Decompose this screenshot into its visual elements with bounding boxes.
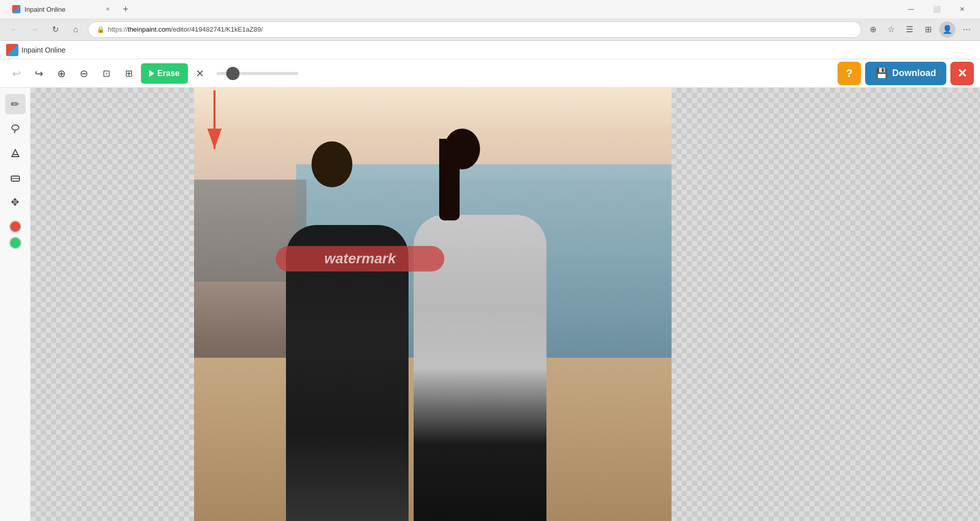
cancel-button[interactable]: ✕ xyxy=(190,63,210,84)
main-toolbar: ↩ ↪ ⊕ ⊖ ⊡ ⊞ Erase ✕ ? 💾 Download ✕ xyxy=(0,59,980,88)
head-left xyxy=(312,141,352,187)
refresh-button[interactable]: ↻ xyxy=(47,21,63,38)
eraser-tool-button[interactable] xyxy=(5,167,26,188)
zoom-fit-button[interactable]: ⊡ xyxy=(96,63,116,84)
toolbar-right: ? 💾 Download ✕ xyxy=(838,62,974,85)
address-bar: ← → ↻ ⌂ 🔒 https://theinpaint.com/editor/… xyxy=(0,18,980,41)
favorites-icon[interactable]: ☆ xyxy=(884,22,898,37)
main-content: ✏ ✥ xyxy=(0,88,980,521)
erase-label: Erase xyxy=(157,69,180,78)
app-name: Inpaint Online xyxy=(21,46,65,54)
window-controls: — ⬜ ✕ xyxy=(899,1,974,17)
close-editor-button[interactable]: ✕ xyxy=(950,62,974,85)
home-button[interactable]: ⌂ xyxy=(67,21,84,38)
move-tool-button[interactable]: ✥ xyxy=(5,192,26,212)
browser-tab[interactable]: Inpaint Online × xyxy=(6,1,118,17)
brush-size-thumb[interactable] xyxy=(226,67,240,80)
zoom-in-button[interactable]: ⊕ xyxy=(51,63,71,84)
undo-button[interactable]: ↩ xyxy=(6,63,27,84)
url-domain: theinpaint.com xyxy=(128,26,171,33)
brush-tool-button[interactable]: ✏ xyxy=(5,94,26,114)
brush-size-slider[interactable] xyxy=(217,72,298,75)
download-icon: 💾 xyxy=(875,67,888,80)
watermark-overlay: watermark xyxy=(276,246,444,271)
svg-point-0 xyxy=(12,125,19,130)
erase-button[interactable]: Erase xyxy=(141,63,188,84)
close-window-button[interactable]: ✕ xyxy=(950,1,974,17)
zoom-out-button[interactable]: ⊖ xyxy=(74,63,94,84)
url-path: /editor/419482741/K1kE1aZ89/ xyxy=(171,26,263,33)
settings-icon[interactable]: ⋯ xyxy=(960,22,974,37)
download-label: Download xyxy=(892,68,936,79)
svg-marker-2 xyxy=(12,150,19,157)
canvas-area[interactable]: watermark xyxy=(31,88,980,521)
collections-icon[interactable]: ⊞ xyxy=(921,22,935,37)
help-button[interactable]: ? xyxy=(838,62,861,85)
zoom-actual-button[interactable]: ⊞ xyxy=(118,63,139,84)
back-button[interactable]: ← xyxy=(6,21,22,38)
lock-icon: 🔒 xyxy=(97,26,105,33)
polygon-tool-button[interactable] xyxy=(5,143,26,163)
reading-list-icon[interactable]: ☰ xyxy=(902,22,917,37)
svg-line-1 xyxy=(14,130,15,133)
tab-favicon-icon xyxy=(12,5,20,13)
canvas-transparent-right xyxy=(672,88,980,521)
brush-size-control xyxy=(217,72,298,75)
url-text: https://theinpaint.com/editor/419482741/… xyxy=(108,26,263,33)
app-bar: Inpaint Online xyxy=(0,41,980,59)
background-color[interactable] xyxy=(9,237,21,249)
lasso-tool-button[interactable] xyxy=(5,118,26,139)
canvas-transparent-left xyxy=(31,88,194,521)
title-bar: Inpaint Online × + — ⬜ ✕ xyxy=(0,0,980,18)
address-bar-actions: ⊕ ☆ ☰ ⊞ 👤 ⋯ xyxy=(866,21,974,38)
forward-button[interactable]: → xyxy=(27,21,43,38)
url-bar[interactable]: 🔒 https://theinpaint.com/editor/41948274… xyxy=(88,21,862,38)
foreground-color[interactable] xyxy=(9,220,21,233)
url-prefix: https:// xyxy=(108,26,128,33)
redo-button[interactable]: ↪ xyxy=(29,63,49,84)
new-tab-button[interactable]: + xyxy=(118,2,133,16)
photo-canvas: watermark xyxy=(31,88,980,521)
erase-play-icon xyxy=(149,70,154,77)
left-sidebar: ✏ ✥ xyxy=(0,88,31,521)
download-button[interactable]: 💾 Download xyxy=(865,62,946,85)
main-image: watermark xyxy=(194,88,672,521)
tab-title: Inpaint Online xyxy=(25,6,99,13)
watermark-text: watermark xyxy=(324,251,396,267)
profile-button[interactable]: 👤 xyxy=(939,21,955,38)
tab-close-button[interactable]: × xyxy=(103,5,112,14)
app-logo-icon xyxy=(6,44,18,56)
minimize-button[interactable]: — xyxy=(899,1,923,17)
hair-right xyxy=(439,139,460,220)
maximize-button[interactable]: ⬜ xyxy=(925,1,948,17)
translate-icon[interactable]: ⊕ xyxy=(866,22,880,37)
